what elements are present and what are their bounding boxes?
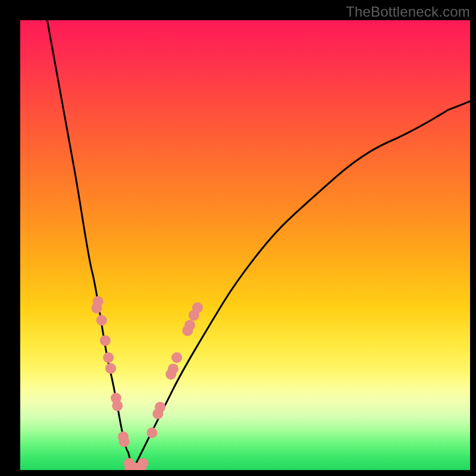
data-point (112, 400, 123, 411)
outer-frame: TheBottleneck.com (0, 0, 476, 476)
data-point (100, 335, 111, 346)
data-point (96, 315, 107, 325)
data-point (147, 427, 158, 438)
data-point (92, 303, 102, 314)
data-point (103, 352, 114, 363)
data-point (119, 436, 130, 447)
data-point (105, 363, 116, 374)
bottleneck-curve (47, 20, 470, 470)
data-point (168, 364, 178, 374)
plot-area (20, 20, 470, 470)
data-point (137, 458, 148, 469)
data-markers (92, 296, 203, 471)
data-point (184, 320, 195, 331)
chart-svg (20, 20, 470, 470)
curve-right (133, 101, 470, 470)
data-point (155, 402, 165, 412)
data-point (171, 352, 182, 363)
data-point (192, 302, 203, 313)
watermark-text: TheBottleneck.com (346, 4, 470, 20)
